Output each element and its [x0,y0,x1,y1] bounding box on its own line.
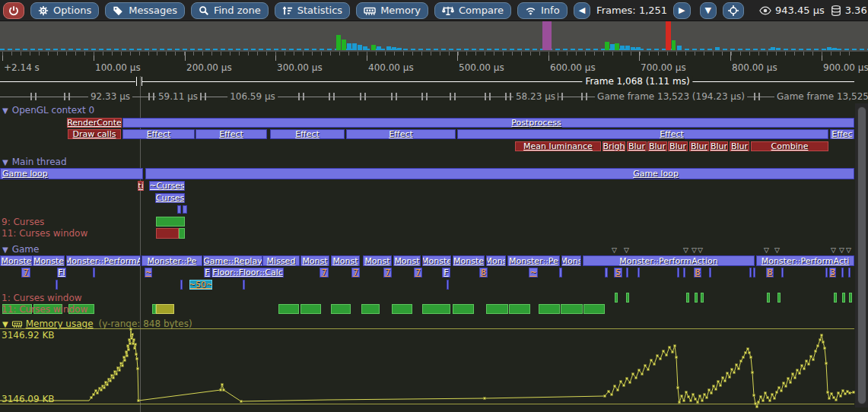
timeline-zone[interactable] [278,304,299,314]
timeline-zone[interactable]: Mons [561,255,581,266]
toolbar-button-info[interactable]: Info [517,2,568,19]
toolbar-button-messages[interactable]: Messages [105,2,185,19]
timeline-zone[interactable]: ~Curses [149,181,185,191]
timeline-zone[interactable]: 8 [694,268,701,277]
timeline-zone[interactable]: Floor::Floor::Calc [211,268,284,277]
timeline-zone[interactable]: Monst [393,255,421,266]
timeline-zone[interactable]: 7 [351,268,360,277]
timeline-zone[interactable]: Draw calls [68,129,121,139]
game-frame-label[interactable]: Game frame 13,525 ( [774,91,868,102]
histogram-bar[interactable] [363,46,367,50]
timeline-zone[interactable] [539,304,560,314]
timeline-zone[interactable]: Monste [0,255,33,266]
timeline-zone[interactable]: F [204,268,211,277]
timeline-zone[interactable] [686,293,689,303]
timeline-zone[interactable] [695,293,698,303]
timeline-zone[interactable] [561,304,583,314]
histogram-bar[interactable] [631,47,635,50]
timeline-zone[interactable]: Monster::Pe [507,255,560,266]
timeline-zone[interactable]: Effec [830,129,854,139]
timeline-zone[interactable] [767,293,770,303]
game-frame-label[interactable]: 58.23 µs [513,91,558,102]
timeline-zone[interactable] [453,304,474,314]
histogram-bar[interactable] [615,43,619,50]
section-header-game[interactable]: ▼Game [2,244,39,255]
timeline-zone[interactable] [605,268,608,277]
timeline-zone[interactable]: 8 [766,268,774,277]
timeline-zone[interactable] [122,118,854,128]
timeline-zone[interactable] [781,268,784,277]
timeline-zone[interactable] [509,304,530,314]
timeline-zone[interactable] [677,268,679,277]
timeline-zone[interactable]: Monste [33,255,65,266]
collapse-icon[interactable]: ▼ [2,246,8,254]
histogram-bar[interactable] [352,43,357,50]
timeline-zone[interactable]: Blur [668,141,688,151]
timeline-zone[interactable]: RenderConte [67,118,122,128]
timeline-zone[interactable]: Combine [751,141,828,151]
histogram-bar[interactable] [672,40,676,50]
timeline-zone[interactable]: Missed [262,255,300,266]
timeline-zone[interactable] [834,293,837,303]
timeline-zone[interactable] [300,304,321,314]
timeline-zone[interactable]: Effect [196,129,267,139]
timeline-zone[interactable] [361,304,380,314]
timeline-zone[interactable]: Effect [270,129,345,139]
timeline-zone[interactable] [749,268,752,277]
section-header-opengl-context-0[interactable]: ▼OpenGL context 0 [2,105,94,116]
timeline-zone[interactable] [848,268,851,277]
timeline-zone[interactable]: Monste [453,255,485,266]
toolbar-button-find-zone[interactable]: Find zone [191,2,269,19]
timeline-zone[interactable] [709,268,711,277]
timeline-zone[interactable]: Effect [122,129,195,139]
histogram-bar[interactable] [776,48,781,50]
lock-row-label[interactable]: 11: Curses window [2,304,87,315]
focus-frame-button[interactable] [723,2,744,19]
timeline-zone[interactable]: Game::Replay [203,255,262,266]
timeline-zone[interactable] [447,280,449,290]
histogram-bar[interactable] [605,42,609,50]
prev-frame-button[interactable]: ◀ [574,2,590,19]
histogram-bar[interactable] [336,35,341,50]
histogram-bar[interactable] [392,47,396,50]
timeline-zone[interactable]: 3 [829,268,836,277]
timeline-zone[interactable] [486,304,508,314]
timeline-zone[interactable]: 7 [21,268,30,277]
timeline-zone[interactable] [842,293,845,303]
go-to-frame-button[interactable]: ▼ [700,2,717,19]
lock-row-label[interactable]: 11: Curses window [2,228,87,239]
timeline-zone[interactable]: ~ [145,268,152,277]
timeline-zone[interactable]: Blur [689,141,709,151]
histogram-bar[interactable] [771,47,775,50]
timeline-zone[interactable] [93,268,95,277]
timeline-zone[interactable] [183,205,187,214]
timeline-zone[interactable] [777,293,781,303]
timeline-zone[interactable] [56,280,58,290]
timeline-zone[interactable]: 7 [383,268,392,277]
histogram-bar[interactable] [347,43,351,50]
timeline-zone[interactable]: Blur [730,141,749,151]
timeline-zone[interactable]: Blur [710,141,728,151]
toolbar-button-statistics[interactable]: Statistics [275,2,350,19]
timeline-zone[interactable]: Game loop [0,168,143,179]
timeline-zone[interactable] [841,268,844,277]
timeline-zone[interactable] [156,217,185,227]
timeline-zone[interactable]: Monst [300,255,329,266]
lock-row-label[interactable]: 9: Curses [2,217,44,227]
game-frame-label[interactable]: 106.59 µs [227,91,278,102]
toolbar-button-memory[interactable]: Memory [356,2,428,19]
game-frame-label[interactable]: Game frame 13,523 (194.23 µs) [595,91,747,102]
timeline-zone[interactable]: 7 [414,268,422,277]
timeline-zone[interactable] [825,268,828,277]
timeline-zone[interactable] [626,268,628,277]
histogram-bar[interactable] [620,46,625,50]
histogram-bar[interactable] [827,47,831,50]
timeline-zone[interactable] [559,268,562,277]
timeline-zone[interactable] [422,304,450,314]
toolbar-button-compare[interactable]: Compare [434,2,511,19]
next-frame-button[interactable]: ▶ [673,2,690,19]
histogram-bar[interactable] [377,46,381,50]
collapse-icon[interactable]: ▼ [2,106,8,115]
timeline-zone[interactable] [156,304,174,314]
timeline-zone[interactable]: F [442,268,450,277]
